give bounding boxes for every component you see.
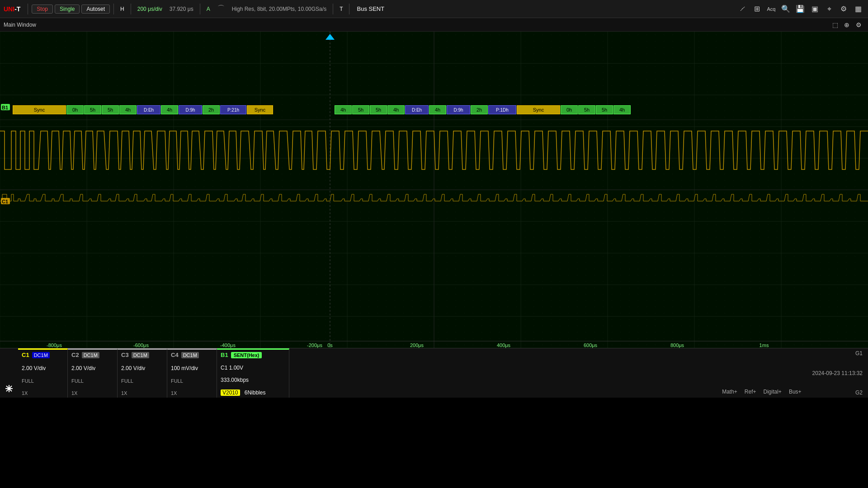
svg-text:-200μs: -200μs: [307, 343, 322, 348]
single-button[interactable]: Single: [55, 5, 80, 14]
separator-4: [200, 4, 200, 14]
acq-button[interactable]: Acq: [765, 3, 778, 15]
seg-5h-r3[interactable]: 5h: [578, 105, 595, 114]
waveform-svg: B1 C1 -800μs -600μs -400μs -200μs 0s 200…: [0, 32, 868, 348]
separator-2: [113, 4, 114, 14]
svg-text:400μs: 400μs: [497, 343, 511, 348]
c2-coupling: DC1M: [82, 352, 99, 358]
autoset-button[interactable]: Autoset: [81, 5, 110, 14]
seg-4h-1[interactable]: 4h: [119, 105, 137, 114]
save-icon[interactable]: 💾: [794, 3, 807, 15]
right-info: Math+ Ref+ Digital+ Bus+ G1 2024-09-23 1…: [289, 348, 868, 398]
c4-vdiv: 100 mV/div: [171, 365, 213, 371]
c3-info[interactable]: C3 DC1M 2.00 V/div FULL 1X: [118, 348, 167, 398]
b1-source: C1 1.00V: [221, 365, 285, 371]
c4-scale: FULL: [171, 378, 213, 384]
svg-text:B1: B1: [2, 105, 8, 110]
seg-deh-r1[interactable]: D:Eh: [405, 105, 429, 114]
seg-4h-r4[interactable]: 4h: [613, 105, 631, 114]
ch-a-label: A: [204, 6, 213, 12]
svg-text:1ms: 1ms: [760, 343, 769, 348]
trigger-edge-icon[interactable]: ⟋: [736, 3, 749, 15]
seg-4h-2[interactable]: 4h: [161, 105, 178, 114]
seg-4h-r1[interactable]: 4h: [335, 105, 352, 114]
math-plus-button[interactable]: Math+: [720, 388, 739, 396]
seg-5h-2[interactable]: 5h: [102, 105, 119, 114]
stop-button[interactable]: Stop: [32, 5, 53, 14]
g2-label: G2: [855, 389, 863, 396]
bus-decode-left: Sync 0h 5h 5h 4h D:Eh 4h D:9h 2h P:21h S…: [13, 105, 273, 115]
bus-label: Bus SENT: [353, 5, 388, 12]
c3-name: C3: [121, 352, 129, 358]
svg-text:0s: 0s: [327, 343, 333, 348]
svg-text:-800μs: -800μs: [47, 343, 62, 348]
measure-icon[interactable]: ⊞: [750, 3, 763, 15]
seg-5h-1[interactable]: 5h: [84, 105, 101, 114]
trigger-t-label: T: [337, 6, 345, 12]
display-icon[interactable]: ▣: [808, 3, 821, 15]
seg-4h-r2[interactable]: 4h: [387, 105, 405, 114]
settings-icon[interactable]: ⚙: [837, 3, 850, 15]
seg-d9h-1[interactable]: D:9h: [179, 105, 202, 114]
svg-text:C1: C1: [2, 199, 8, 204]
c3-scale: FULL: [121, 378, 163, 384]
seg-sync-r2[interactable]: Sync: [517, 105, 560, 114]
c2-name: C2: [71, 352, 79, 358]
logo: UNI-T: [4, 5, 20, 13]
c1-name: C1: [22, 352, 29, 358]
seg-sync-1[interactable]: Sync: [13, 105, 66, 114]
seg-d9h-r1[interactable]: D:9h: [447, 105, 470, 114]
c1-info[interactable]: C1 DC1M 2.00 V/div FULL 1X: [18, 348, 68, 398]
b1-baud: 333.00kbps: [221, 377, 285, 383]
c4-name: C4: [171, 352, 179, 358]
seg-4h-r3[interactable]: 4h: [429, 105, 446, 114]
sec-settings-icon[interactable]: ⚙: [853, 19, 864, 31]
bottom-bar: C1 DC1M 2.00 V/div FULL 1X C2 DC1M 2.00 …: [0, 348, 868, 398]
separator-6: [349, 4, 349, 14]
seg-p21h[interactable]: P:21h: [220, 105, 246, 114]
c1-vdiv: 2.00 V/div: [22, 365, 64, 371]
svg-text:-400μs: -400μs: [220, 343, 236, 348]
separator-3: [131, 4, 131, 14]
seg-p1dh[interactable]: P:1Dh: [488, 105, 516, 114]
digital-plus-button[interactable]: Digital+: [762, 388, 783, 396]
h-label: H: [118, 6, 127, 12]
seg-5h-r1[interactable]: 5h: [352, 105, 369, 114]
math-ref-buttons: Math+ Ref+ Digital+ Bus+: [720, 388, 803, 396]
seg-0h-r1[interactable]: 0h: [561, 105, 578, 114]
c2-scale: FULL: [71, 378, 113, 384]
cursor-icon[interactable]: ⌖: [823, 3, 835, 15]
zoom-in-icon[interactable]: ⊕: [841, 19, 853, 31]
c3-probe: 1X: [121, 390, 163, 396]
seg-5h-r2[interactable]: 5h: [370, 105, 387, 114]
c4-coupling: DC1M: [181, 352, 199, 358]
c2-info[interactable]: C2 DC1M 2.00 V/div FULL 1X: [68, 348, 118, 398]
trigger-time-label: 37.920 μs: [167, 6, 196, 12]
seg-deh-1[interactable]: D:Eh: [137, 105, 160, 114]
seg-0h[interactable]: 0h: [66, 105, 84, 114]
b1-name: B1: [221, 352, 228, 358]
select-region-icon[interactable]: ⬚: [829, 19, 841, 31]
b1-info[interactable]: B1 SENT(Hex) C1 1.00V 333.00kbps V2010 6…: [217, 348, 289, 398]
c4-probe: 1X: [171, 390, 213, 396]
signal-icon: ⌒: [215, 4, 227, 14]
svg-text:600μs: 600μs: [584, 343, 598, 348]
b1-version: V2010: [221, 389, 240, 396]
g1-label: G1: [855, 350, 863, 357]
signal-type-label: High Res, 8bit, 20.00MPts, 10.00GSa/s: [229, 6, 329, 12]
seg-2h-1[interactable]: 2h: [203, 105, 220, 114]
main-window-label: Main Window: [4, 22, 36, 28]
time-div-label: 200 μs/div: [135, 6, 165, 12]
cross-icon[interactable]: [0, 380, 18, 398]
seg-sync-2[interactable]: Sync: [247, 105, 273, 114]
datetime-label: 2024-09-23 11:13:32: [812, 370, 863, 376]
b1-nibbles: 6Nibbles: [245, 389, 266, 396]
seg-2h-r1[interactable]: 2h: [471, 105, 488, 114]
grid-icon[interactable]: ▦: [852, 3, 864, 15]
c4-info[interactable]: C4 DC1M 100 mV/div FULL 1X: [167, 348, 217, 398]
search-icon[interactable]: 🔍: [779, 3, 792, 15]
bus-plus-button[interactable]: Bus+: [787, 388, 803, 396]
c1-scale: FULL: [22, 378, 64, 384]
seg-5h-r4[interactable]: 5h: [596, 105, 613, 114]
ref-plus-button[interactable]: Ref+: [743, 388, 758, 396]
